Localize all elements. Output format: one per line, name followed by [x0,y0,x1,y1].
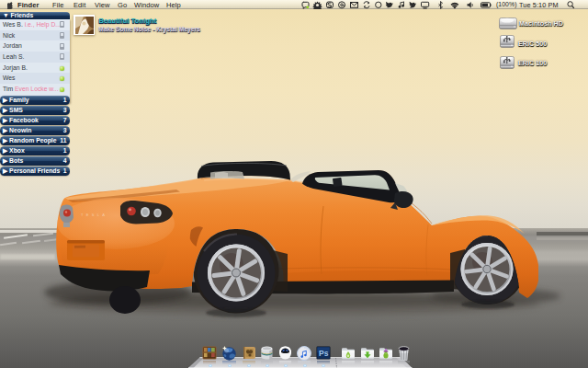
svg-text:TESLA: TESLA [81,213,107,217]
svg-text:Ps: Ps [319,349,329,358]
